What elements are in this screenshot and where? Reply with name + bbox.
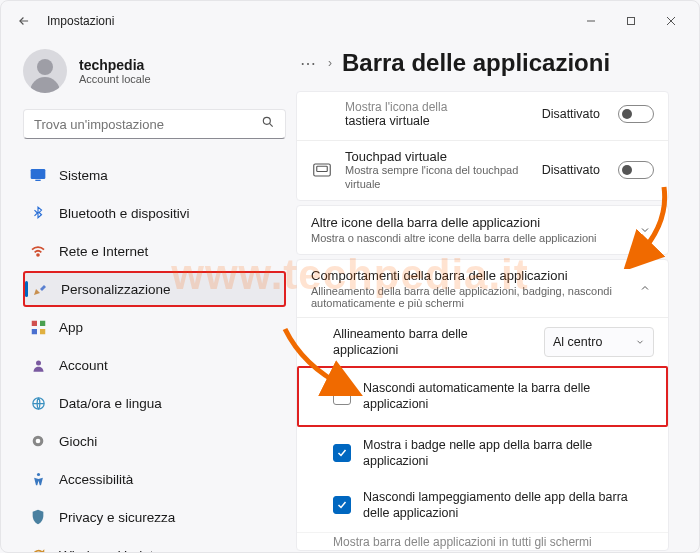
- gaming-icon: [29, 432, 47, 450]
- sidebar-item-label: Data/ora e lingua: [59, 396, 162, 411]
- row-autohide[interactable]: Nascondi automaticamente la barra delle …: [297, 366, 668, 427]
- nav-list: Sistema Bluetooth e dispositivi Rete e I…: [23, 157, 286, 552]
- search-icon: [261, 115, 275, 133]
- search-box[interactable]: [23, 109, 286, 139]
- search-input[interactable]: [34, 117, 261, 132]
- sidebar-item-label: Windows Update: [59, 548, 161, 553]
- more-button[interactable]: ⋯: [300, 54, 318, 73]
- sidebar-item-rete[interactable]: Rete e Internet: [23, 233, 286, 269]
- row-state: Disattivato: [542, 107, 600, 121]
- svg-point-13: [36, 360, 41, 365]
- row-behavior-header[interactable]: Comportamenti della barra delle applicaz…: [297, 260, 668, 317]
- sidebar-item-sistema[interactable]: Sistema: [23, 157, 286, 193]
- sidebar-item-app[interactable]: App: [23, 309, 286, 345]
- card-behavior: Comportamenti della barra delle applicaz…: [296, 259, 669, 551]
- checkbox-flash[interactable]: [333, 496, 351, 514]
- row-title: tastiera virtuale: [345, 114, 530, 128]
- wifi-icon: [29, 242, 47, 260]
- avatar: [23, 49, 67, 93]
- row-cutoff: Mostra barra delle applicazioni in tutti…: [297, 532, 668, 550]
- chevron-down-icon: [636, 224, 654, 236]
- svg-point-16: [36, 439, 41, 444]
- checkbox-label: Nascondi lampeggiamento delle app della …: [363, 489, 654, 522]
- sidebar-item-label: Giochi: [59, 434, 97, 449]
- content-pane: ⋯ › Barra delle applicazioni Mostra l'ic…: [296, 41, 699, 552]
- checkbox-label: Nascondi automaticamente la barra delle …: [363, 380, 654, 413]
- svg-rect-11: [31, 329, 36, 334]
- window-title: Impostazioni: [47, 14, 114, 28]
- sidebar-item-account[interactable]: Account: [23, 347, 286, 383]
- touchpad-icon: [311, 163, 333, 177]
- chevron-up-icon: [636, 282, 654, 294]
- row-flash[interactable]: Nascondi lampeggiamento delle app della …: [297, 479, 668, 532]
- row-title: Mostra l'icona della: [345, 100, 530, 114]
- checkbox-label: Mostra i badge nelle app della barra del…: [363, 437, 654, 470]
- back-button[interactable]: [15, 12, 33, 30]
- language-icon: [29, 394, 47, 412]
- svg-point-8: [37, 254, 39, 256]
- sidebar-item-label: Sistema: [59, 168, 108, 183]
- sidebar: techpedia Account locale Sistema Bluetoo…: [1, 41, 296, 552]
- section-title: Altre icone della barra delle applicazio…: [311, 215, 624, 230]
- sidebar-item-accessibilita[interactable]: Accessibilità: [23, 461, 286, 497]
- minimize-button[interactable]: [571, 7, 611, 35]
- content-header: ⋯ › Barra delle applicazioni: [296, 41, 691, 91]
- svg-rect-1: [628, 18, 635, 25]
- row-desc: Mostra sempre l'icona del touchpad virtu…: [345, 164, 530, 192]
- account-block[interactable]: techpedia Account locale: [23, 49, 286, 93]
- sidebar-item-label: Account: [59, 358, 108, 373]
- checkbox-autohide[interactable]: [333, 387, 351, 405]
- sidebar-item-privacy[interactable]: Privacy e sicurezza: [23, 499, 286, 535]
- sidebar-item-label: Rete e Internet: [59, 244, 148, 259]
- dropdown-value: Al centro: [553, 335, 602, 349]
- row-title: Touchpad virtuale: [345, 149, 530, 164]
- row-title: Allineamento barra delle applicazioni: [333, 326, 532, 359]
- page-title: Barra delle applicazioni: [342, 49, 610, 77]
- section-desc: Mostra o nascondi altre icone della barr…: [311, 232, 624, 244]
- svg-rect-9: [31, 320, 36, 325]
- sidebar-item-bluetooth[interactable]: Bluetooth e dispositivi: [23, 195, 286, 231]
- account-name: techpedia: [79, 57, 151, 73]
- toggle-touchpad[interactable]: [618, 161, 654, 179]
- title-bar: Impostazioni: [1, 1, 699, 41]
- svg-rect-12: [40, 329, 45, 334]
- svg-line-5: [269, 123, 272, 126]
- sidebar-item-label: Accessibilità: [59, 472, 133, 487]
- svg-rect-7: [35, 180, 40, 181]
- maximize-button[interactable]: [611, 7, 651, 35]
- sidebar-item-dataora[interactable]: Data/ora e lingua: [23, 385, 286, 421]
- row-state: Disattivato: [542, 163, 600, 177]
- update-icon: [29, 546, 47, 552]
- svg-rect-10: [40, 320, 45, 325]
- sidebar-item-label: Privacy e sicurezza: [59, 510, 175, 525]
- svg-point-4: [263, 117, 270, 124]
- svg-rect-6: [31, 169, 46, 179]
- system-icon: [29, 166, 47, 184]
- account-type: Account locale: [79, 73, 151, 85]
- privacy-icon: [29, 508, 47, 526]
- section-title: Comportamenti della barra delle applicaz…: [311, 268, 624, 283]
- checkbox-label: Mostra barra delle applicazioni in tutti…: [333, 533, 592, 549]
- row-alignment: Allineamento barra delle applicazioni Al…: [297, 317, 668, 367]
- sidebar-item-label: Bluetooth e dispositivi: [59, 206, 190, 221]
- dropdown-alignment[interactable]: Al centro: [544, 327, 654, 357]
- bluetooth-icon: [29, 204, 47, 222]
- accessibility-icon: [29, 470, 47, 488]
- row-badges[interactable]: Mostra i badge nelle app della barra del…: [297, 427, 668, 480]
- sidebar-item-label: Personalizzazione: [61, 282, 171, 297]
- breadcrumb-separator: ›: [328, 56, 332, 70]
- sidebar-item-update[interactable]: Windows Update: [23, 537, 286, 552]
- card-system-tray: Mostra l'icona della tastiera virtuale D…: [296, 91, 669, 201]
- toggle-keyboard[interactable]: [618, 105, 654, 123]
- checkbox-badges[interactable]: [333, 444, 351, 462]
- card-other-icons[interactable]: Altre icone della barra delle applicazio…: [296, 205, 669, 255]
- sidebar-item-label: App: [59, 320, 83, 335]
- personalization-icon: [31, 280, 49, 298]
- sidebar-item-giochi[interactable]: Giochi: [23, 423, 286, 459]
- sidebar-item-personalizzazione[interactable]: Personalizzazione: [23, 271, 286, 307]
- section-desc: Allineamento della barra delle applicazi…: [311, 285, 624, 309]
- account-icon: [29, 356, 47, 374]
- apps-icon: [29, 318, 47, 336]
- svg-rect-19: [317, 167, 328, 172]
- close-button[interactable]: [651, 7, 691, 35]
